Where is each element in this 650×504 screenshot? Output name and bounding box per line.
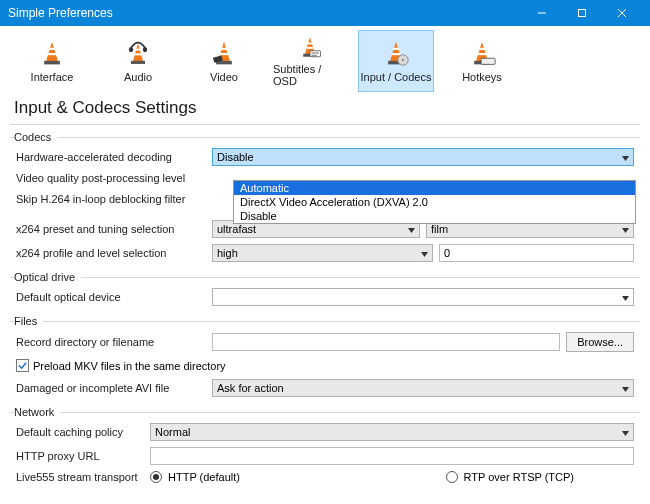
group-header-files: Files xyxy=(10,313,640,329)
svg-rect-20 xyxy=(307,43,312,45)
hw-decode-label: Hardware-accelerated decoding xyxy=(16,151,206,163)
x264-profile-select[interactable]: high xyxy=(212,244,433,262)
tab-label: Subtitles / OSD xyxy=(273,63,347,87)
radio-rtsp-label: RTP over RTSP (TCP) xyxy=(464,471,574,483)
svg-rect-16 xyxy=(220,53,229,55)
svg-rect-36 xyxy=(481,58,495,64)
svg-marker-40 xyxy=(421,252,428,257)
vq-label: Video quality post-processing level xyxy=(16,172,206,184)
svg-rect-9 xyxy=(135,49,141,51)
x264-profile-label: x264 profile and level selection xyxy=(16,247,206,259)
radio-http[interactable] xyxy=(150,471,162,483)
svg-marker-43 xyxy=(622,431,629,436)
svg-marker-8 xyxy=(133,43,144,61)
chevron-down-icon xyxy=(622,382,629,394)
tab-subtitles[interactable]: Subtitles / OSD xyxy=(272,30,348,92)
svg-rect-33 xyxy=(479,48,485,50)
select-value: high xyxy=(217,247,238,259)
select-value: Ask for action xyxy=(217,382,284,394)
chevron-down-icon xyxy=(622,291,629,303)
dropdown-option-dxva[interactable]: DirectX Video Acceleration (DXVA) 2.0 xyxy=(234,195,635,209)
svg-rect-1 xyxy=(579,10,586,17)
tab-label: Audio xyxy=(124,71,152,83)
chevron-down-icon xyxy=(408,223,415,235)
x264-preset-label: x264 preset and tuning selection xyxy=(16,223,206,235)
optical-default-select[interactable] xyxy=(212,288,634,306)
svg-marker-42 xyxy=(622,387,629,392)
caching-label: Default caching policy xyxy=(16,426,144,438)
chevron-down-icon xyxy=(622,426,629,438)
avi-select[interactable]: Ask for action xyxy=(212,379,634,397)
svg-marker-37 xyxy=(622,156,629,161)
svg-rect-23 xyxy=(310,51,321,57)
tab-label: Video xyxy=(210,71,238,83)
svg-point-31 xyxy=(402,59,404,61)
tab-label: Hotkeys xyxy=(462,71,502,83)
hw-decode-dropdown[interactable]: Automatic DirectX Video Acceleration (DX… xyxy=(233,180,636,224)
tab-input-codecs[interactable]: Input / Codecs xyxy=(358,30,434,92)
row-record-dir: Record directory or filename Browse... xyxy=(10,329,640,355)
svg-rect-11 xyxy=(131,61,145,64)
subtitles-cone-icon xyxy=(296,35,324,59)
radio-rtsp[interactable] xyxy=(446,471,458,483)
proxy-label: HTTP proxy URL xyxy=(16,450,144,462)
check-icon xyxy=(18,361,27,370)
optical-default-label: Default optical device xyxy=(16,291,206,303)
preload-mkv-checkbox[interactable] xyxy=(16,359,29,372)
optical-group: Optical drive Default optical device xyxy=(10,269,640,309)
disc-cone-icon xyxy=(382,39,410,67)
titlebar-title: Simple Preferences xyxy=(8,6,522,20)
tab-audio[interactable]: Audio xyxy=(100,30,176,92)
svg-rect-28 xyxy=(392,53,401,55)
row-hw-decode: Hardware-accelerated decoding Disable xyxy=(10,145,640,169)
network-group: Network Default caching policy Normal HT… xyxy=(10,404,640,486)
maximize-button[interactable] xyxy=(562,0,602,26)
dropdown-option-automatic[interactable]: Automatic xyxy=(234,181,635,195)
titlebar: Simple Preferences xyxy=(0,0,650,26)
live555-label: Live555 stream transport xyxy=(16,471,144,483)
tab-label: Input / Codecs xyxy=(361,71,432,83)
svg-rect-10 xyxy=(134,53,142,55)
svg-marker-4 xyxy=(46,42,58,62)
caching-select[interactable]: Normal xyxy=(150,423,634,441)
tab-video[interactable]: Video xyxy=(186,30,262,92)
tab-label: Interface xyxy=(31,71,74,83)
close-button[interactable] xyxy=(602,0,642,26)
row-live555: Live555 stream transport HTTP (default) … xyxy=(10,468,640,486)
record-label: Record directory or filename xyxy=(16,336,206,348)
select-value: Disable xyxy=(217,151,254,163)
chevron-down-icon xyxy=(622,223,629,235)
tab-hotkeys[interactable]: Hotkeys xyxy=(444,30,520,92)
svg-point-12 xyxy=(129,47,133,52)
row-optical-default: Default optical device xyxy=(10,285,640,309)
proxy-input[interactable] xyxy=(150,447,634,465)
svg-point-13 xyxy=(143,47,147,52)
minimize-button[interactable] xyxy=(522,0,562,26)
svg-rect-15 xyxy=(221,48,227,50)
svg-rect-21 xyxy=(306,47,314,49)
svg-rect-7 xyxy=(44,61,60,65)
group-header-optical: Optical drive xyxy=(10,269,640,285)
svg-marker-38 xyxy=(408,228,415,233)
chevron-down-icon xyxy=(622,151,629,163)
hw-decode-select[interactable]: Disable xyxy=(212,148,634,166)
browse-button[interactable]: Browse... xyxy=(566,332,634,352)
svg-marker-41 xyxy=(622,296,629,301)
x264-level-spinbox[interactable]: 0 xyxy=(439,244,634,262)
page-title: Input & Codecs Settings xyxy=(0,92,650,124)
tab-interface[interactable]: Interface xyxy=(14,30,90,92)
film-cone-icon xyxy=(210,39,238,67)
record-input[interactable] xyxy=(212,333,560,351)
category-tabs: Interface Audio Video Subtitles / OSD In… xyxy=(0,26,650,92)
svg-rect-6 xyxy=(48,53,57,55)
select-value: ultrafast xyxy=(217,223,256,235)
skip-label: Skip H.264 in-loop deblocking filter xyxy=(16,193,206,205)
row-caching: Default caching policy Normal xyxy=(10,420,640,444)
group-header-codecs: Codecs xyxy=(10,129,640,145)
select-value: film xyxy=(431,223,448,235)
svg-marker-39 xyxy=(622,228,629,233)
dropdown-option-disable[interactable]: Disable xyxy=(234,209,635,223)
chevron-down-icon xyxy=(421,247,428,259)
svg-rect-5 xyxy=(49,48,55,50)
spin-value: 0 xyxy=(444,247,450,259)
